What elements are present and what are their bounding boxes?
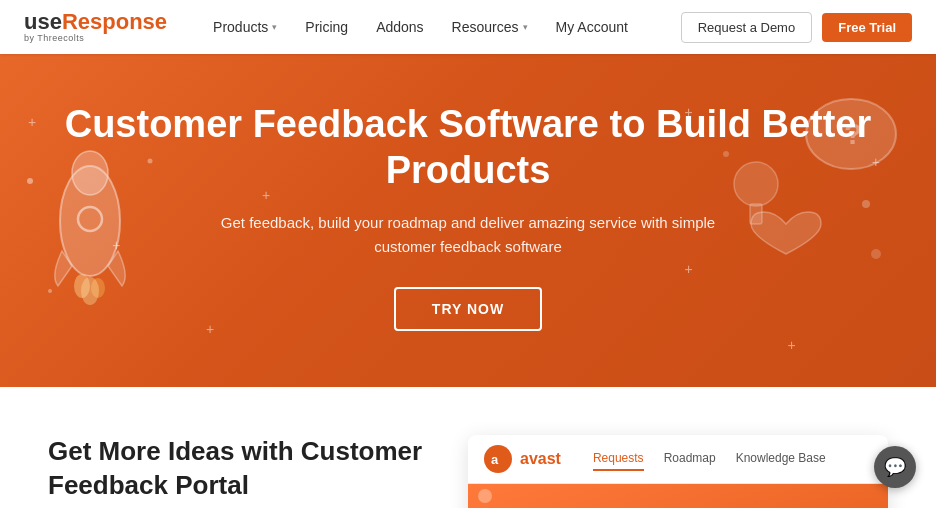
chat-widget-button[interactable]: 💬 bbox=[874, 446, 916, 488]
free-trial-button[interactable]: Free Trial bbox=[822, 13, 912, 42]
svg-point-15 bbox=[871, 249, 881, 259]
brand-name: useResponse bbox=[24, 11, 167, 33]
portal-screenshot: a avast Requests Roadmap Knowledge Base … bbox=[468, 435, 888, 508]
brand-tagline: by Threecolts bbox=[24, 33, 167, 43]
try-now-button[interactable]: TRY NOW bbox=[394, 287, 542, 331]
decor-plus-6: + bbox=[684, 261, 692, 277]
avast-logo-text: avast bbox=[520, 450, 561, 468]
portal-body: Avast Feedback Center Share ideas, repor… bbox=[468, 484, 888, 508]
lower-section: Get More Ideas with Customer Feedback Po… bbox=[0, 387, 936, 508]
svg-point-5 bbox=[81, 277, 99, 305]
portal-sidebar-icons bbox=[476, 484, 494, 508]
svg-text:a: a bbox=[491, 452, 499, 467]
hero-title: Customer Feedback Software to Build Bett… bbox=[40, 102, 896, 193]
hero-subtitle: Get feedback, build your roadmap and del… bbox=[208, 211, 728, 259]
chevron-down-icon-2: ▾ bbox=[523, 22, 528, 32]
decor-plus-7: + bbox=[787, 337, 795, 353]
chevron-down-icon: ▾ bbox=[272, 22, 277, 32]
svg-point-6 bbox=[27, 178, 33, 184]
nav-item-pricing[interactable]: Pricing bbox=[291, 0, 362, 54]
nav-links: Products ▾ Pricing Addons Resources ▾ My… bbox=[199, 0, 681, 54]
nav-item-products[interactable]: Products ▾ bbox=[199, 0, 291, 54]
nav-item-addons[interactable]: Addons bbox=[362, 0, 437, 54]
lower-title: Get More Ideas with Customer Feedback Po… bbox=[48, 435, 428, 503]
lower-text-block: Get More Ideas with Customer Feedback Po… bbox=[48, 435, 428, 508]
nav-actions: Request a Demo Free Trial bbox=[681, 12, 912, 43]
portal-nav-requests[interactable]: Requests bbox=[593, 447, 644, 471]
avast-logo-icon: a bbox=[484, 445, 512, 473]
nav-item-resources[interactable]: Resources ▾ bbox=[438, 0, 542, 54]
svg-rect-12 bbox=[750, 204, 762, 224]
portal-nav-knowledge[interactable]: Knowledge Base bbox=[736, 447, 826, 471]
nav-item-my-account[interactable]: My Account bbox=[542, 0, 642, 54]
portal-nav-roadmap[interactable]: Roadmap bbox=[664, 447, 716, 471]
main-nav: useResponse by Threecolts Products ▾ Pri… bbox=[0, 0, 936, 54]
avast-logo: a avast bbox=[484, 445, 561, 473]
svg-point-7 bbox=[48, 289, 52, 293]
portal-header: a avast Requests Roadmap Knowledge Base bbox=[468, 435, 888, 484]
svg-point-18 bbox=[478, 489, 492, 503]
chat-icon: 💬 bbox=[884, 456, 906, 478]
request-demo-button[interactable]: Request a Demo bbox=[681, 12, 813, 43]
decor-plus-3: + bbox=[206, 321, 214, 337]
logo[interactable]: useResponse by Threecolts bbox=[24, 11, 167, 43]
hero-section: + + + + + + + + ? bbox=[0, 54, 936, 387]
svg-point-13 bbox=[862, 200, 870, 208]
